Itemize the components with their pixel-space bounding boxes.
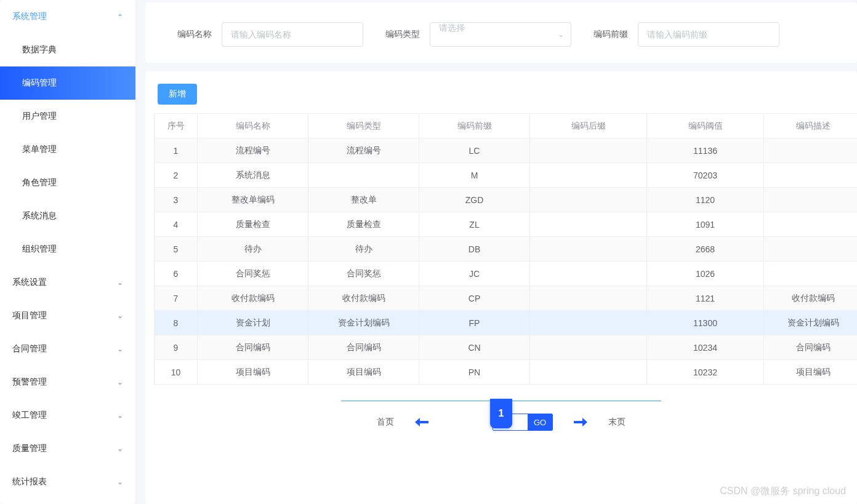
menu-group-header[interactable]: 系统设置⌄ xyxy=(0,266,135,299)
go-button[interactable]: GO xyxy=(528,414,552,430)
menu-group-label: 系统管理 xyxy=(12,11,47,22)
cell-type: 合同编码 xyxy=(308,335,419,360)
cell-type: 流程编号 xyxy=(308,138,419,163)
cell-suffix xyxy=(530,138,647,163)
sidebar-item[interactable]: 菜单管理 xyxy=(0,133,135,166)
menu-group-label: 项目管理 xyxy=(12,310,47,321)
cell-name: 收付款编码 xyxy=(198,286,308,311)
chevron-down-icon: ⌄ xyxy=(117,278,123,287)
menu-group-header[interactable]: 竣工管理⌄ xyxy=(0,399,135,432)
menu-group-label: 质量管理 xyxy=(12,443,47,454)
cell-desc xyxy=(764,138,858,163)
field-code-prefix: 编码前缀 xyxy=(589,22,779,47)
cell-type: 资金计划编码 xyxy=(308,311,419,335)
next-page-button[interactable] xyxy=(574,417,587,427)
cell-suffix xyxy=(530,212,647,237)
cell-threshold: 1120 xyxy=(647,188,764,212)
cell-name: 合同奖惩 xyxy=(198,262,308,286)
code-type-select[interactable]: 请选择 xyxy=(430,22,571,47)
th-seq: 序号 xyxy=(155,114,198,138)
cell-type: 项目编码 xyxy=(308,360,419,385)
menu-group-header[interactable]: 统计报表⌄ xyxy=(0,465,135,498)
sidebar-item[interactable]: 编码管理 xyxy=(0,66,135,100)
cell-threshold: 11300 xyxy=(647,311,764,335)
cell-desc xyxy=(764,212,858,237)
cell-desc: 项目编码 xyxy=(764,360,858,385)
sidebar: 系统管理⌄数据字典编码管理用户管理菜单管理角色管理系统消息组织管理系统设置⌄项目… xyxy=(0,0,135,504)
th-suffix: 编码后缀 xyxy=(530,114,647,138)
menu-group-header[interactable]: 系统管理⌄ xyxy=(0,0,135,33)
cell-prefix: CN xyxy=(419,335,530,360)
cell-threshold: 70203 xyxy=(647,163,764,188)
menu-group-header[interactable]: 合同管理⌄ xyxy=(0,332,135,366)
cell-prefix: JC xyxy=(419,262,530,286)
menu-group-header[interactable]: 项目管理⌄ xyxy=(0,299,135,332)
sidebar-item[interactable]: 组织管理 xyxy=(0,233,135,266)
code-name-input[interactable] xyxy=(222,22,363,47)
menu-group-label: 统计报表 xyxy=(12,476,47,487)
table-row[interactable]: 8资金计划资金计划编码FP11300资金计划编码 xyxy=(155,311,858,335)
chevron-down-icon: ⌄ xyxy=(117,444,123,453)
last-page-button[interactable]: 末页 xyxy=(608,417,626,428)
cell-prefix: PN xyxy=(419,360,530,385)
cell-suffix xyxy=(530,188,647,212)
cell-desc: 合同编码 xyxy=(764,335,858,360)
cell-suffix xyxy=(530,311,647,335)
table-row[interactable]: 4质量检查质量检查ZL1091 xyxy=(155,212,858,237)
cell-type: 收付款编码 xyxy=(308,286,419,311)
table-row[interactable]: 3整改单编码整改单ZGD1120 xyxy=(155,188,858,212)
menu-group-header[interactable]: 质量管理⌄ xyxy=(0,432,135,465)
table-row[interactable]: 9合同编码合同编码CN10234合同编码 xyxy=(155,335,858,360)
code-prefix-input[interactable] xyxy=(638,22,779,47)
cell-seq: 6 xyxy=(155,262,198,286)
table-row[interactable]: 6合同奖惩合同奖惩JC1026 xyxy=(155,262,858,286)
sidebar-item[interactable]: 用户管理 xyxy=(0,100,135,133)
prev-page-button[interactable] xyxy=(415,417,428,427)
label-code-prefix: 编码前缀 xyxy=(589,29,628,40)
cell-seq: 9 xyxy=(155,335,198,360)
th-threshold: 编码阈值 xyxy=(647,114,764,138)
first-page-button[interactable]: 首页 xyxy=(377,417,394,428)
cell-prefix: DB xyxy=(419,237,530,262)
code-table: 序号 编码名称 编码类型 编码前缀 编码后缀 编码阈值 编码描述 1流程编号流程… xyxy=(154,113,857,385)
label-code-name: 编码名称 xyxy=(172,29,212,40)
chevron-down-icon: ⌄ xyxy=(117,478,123,486)
cell-name: 合同编码 xyxy=(198,335,308,360)
cell-seq: 5 xyxy=(155,237,198,262)
sidebar-item[interactable]: 角色管理 xyxy=(0,166,135,199)
th-name: 编码名称 xyxy=(198,114,308,138)
cell-name: 待办 xyxy=(198,237,308,262)
table-row[interactable]: 10项目编码项目编码PN10232项目编码 xyxy=(155,360,858,385)
sidebar-item[interactable]: 系统消息 xyxy=(0,199,135,233)
cell-type: 待办 xyxy=(308,237,419,262)
cell-threshold: 1091 xyxy=(647,212,764,237)
table-row[interactable]: 2系统消息M70203 xyxy=(155,163,858,188)
cell-suffix xyxy=(530,360,647,385)
cell-suffix xyxy=(530,262,647,286)
chevron-down-icon: ⌄ xyxy=(117,12,123,21)
cell-type: 合同奖惩 xyxy=(308,262,419,286)
cell-seq: 3 xyxy=(155,188,198,212)
chevron-down-icon: ⌄ xyxy=(117,345,123,353)
cell-desc: 资金计划编码 xyxy=(764,311,858,335)
sidebar-item[interactable]: 数据字典 xyxy=(0,33,135,66)
cell-name: 资金计划 xyxy=(198,311,308,335)
label-code-type: 编码类型 xyxy=(380,29,420,40)
table-header-row: 序号 编码名称 编码类型 编码前缀 编码后缀 编码阈值 编码描述 xyxy=(155,114,858,138)
cell-desc xyxy=(764,237,858,262)
cell-seq: 4 xyxy=(155,212,198,237)
cell-seq: 1 xyxy=(155,138,198,163)
add-button[interactable]: 新增 xyxy=(158,84,197,105)
cell-seq: 8 xyxy=(155,311,198,335)
cell-threshold: 2668 xyxy=(647,237,764,262)
table-row[interactable]: 5待办待办DB2668 xyxy=(155,237,858,262)
table-row[interactable]: 7收付款编码收付款编码CP1121收付款编码 xyxy=(155,286,858,311)
menu-group-header[interactable]: 预警管理⌄ xyxy=(0,366,135,399)
table-row[interactable]: 1流程编号流程编号LC11136 xyxy=(155,138,858,163)
cell-seq: 10 xyxy=(155,360,198,385)
menu-group-label: 竣工管理 xyxy=(12,410,47,421)
main-content: 编码名称 编码类型 请选择 ⌄ 编码前缀 新增 序号 编码名称 xyxy=(135,0,857,504)
arrow-right-icon xyxy=(574,417,587,427)
cell-prefix: ZL xyxy=(419,212,530,237)
cell-threshold: 1026 xyxy=(647,262,764,286)
